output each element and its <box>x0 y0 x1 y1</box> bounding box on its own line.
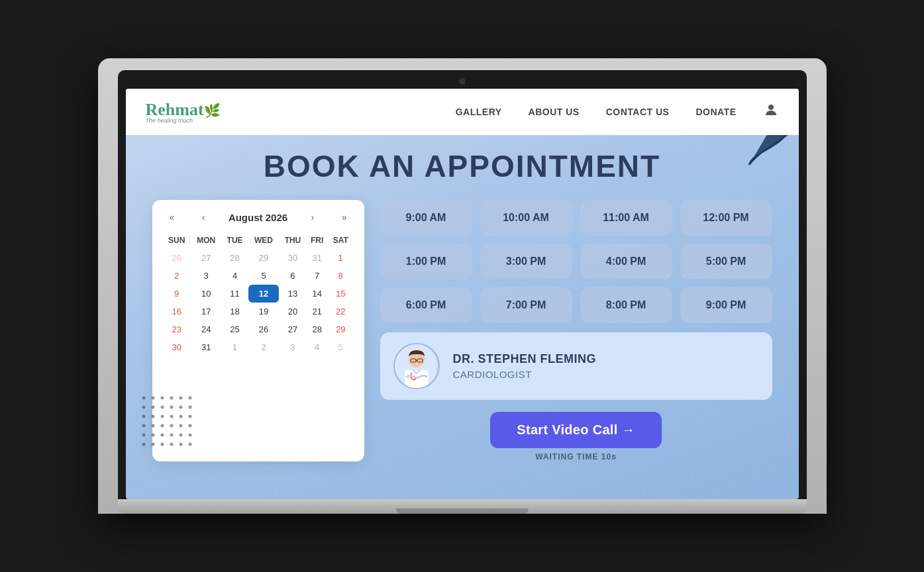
calendar-day[interactable]: 7 <box>307 267 328 285</box>
cal-nav-last[interactable]: » <box>338 211 351 224</box>
svg-point-39 <box>160 443 164 446</box>
calendar-header: « ‹ August 2026 › » <box>163 211 354 224</box>
calendar-day[interactable]: 30 <box>163 338 191 356</box>
calendar-day[interactable]: 29 <box>328 320 354 338</box>
calendar-day[interactable]: 5 <box>248 267 280 285</box>
calendar-day[interactable]: 25 <box>222 320 248 338</box>
svg-point-37 <box>142 443 145 446</box>
time-slot[interactable]: 6:00 PM <box>380 287 472 323</box>
calendar-day[interactable]: 2 <box>163 267 191 285</box>
calendar-week-row: 303112345 <box>163 338 354 356</box>
navbar: Rehmat🌿 The healing touch GALLERY ABOUT … <box>126 89 799 135</box>
svg-point-11 <box>179 397 182 400</box>
calendar-day[interactable]: 1 <box>328 249 354 267</box>
nav-item-gallery[interactable]: GALLERY <box>456 106 502 118</box>
nav-link-donate[interactable]: DONATE <box>695 107 736 117</box>
calendar-day[interactable]: 12 <box>248 285 280 303</box>
calendar-day[interactable]: 16 <box>163 303 191 320</box>
time-slot[interactable]: 9:00 PM <box>680 287 772 323</box>
calendar-day[interactable]: 8 <box>328 267 354 285</box>
screen: Rehmat🌿 The healing touch GALLERY ABOUT … <box>126 89 799 499</box>
nav-item-about[interactable]: ABOUT US <box>529 106 580 118</box>
calendar-day[interactable]: 10 <box>191 285 222 303</box>
calendar-day[interactable]: 11 <box>222 285 248 303</box>
svg-point-19 <box>142 415 145 418</box>
calendar-day[interactable]: 27 <box>191 249 222 267</box>
time-slot[interactable]: 4:00 PM <box>580 244 672 279</box>
calendar-day[interactable]: 21 <box>307 303 328 320</box>
calendar-day[interactable]: 31 <box>191 338 222 356</box>
time-slot[interactable]: 8:00 PM <box>580 287 672 323</box>
calendar-day[interactable]: 22 <box>328 303 354 320</box>
calendar-day[interactable]: 24 <box>191 320 222 338</box>
calendar-week-row: 16171819202122 <box>163 303 354 320</box>
svg-point-31 <box>142 434 145 437</box>
calendar-day[interactable]: 4 <box>307 338 328 356</box>
svg-point-25 <box>142 424 145 428</box>
nav-link-about[interactable]: ABOUT US <box>529 107 580 117</box>
calendar-day[interactable]: 26 <box>163 249 191 267</box>
time-slot[interactable]: 9:00 AM <box>380 200 472 236</box>
time-slot[interactable]: 10:00 AM <box>480 200 572 236</box>
svg-point-28 <box>170 424 173 428</box>
calendar-day[interactable]: 9 <box>163 285 191 303</box>
cal-header-fri: FRI <box>307 232 328 249</box>
svg-point-41 <box>179 443 182 446</box>
svg-point-10 <box>170 397 173 400</box>
svg-point-8 <box>151 397 154 400</box>
nav-link-contact[interactable]: CONTACT US <box>606 107 670 117</box>
calendar-day[interactable]: 18 <box>222 303 248 320</box>
calendar-day[interactable]: 1 <box>222 338 248 356</box>
calendar-day[interactable]: 31 <box>307 249 328 267</box>
calendar-day[interactable]: 27 <box>279 320 306 338</box>
calendar-day[interactable]: 28 <box>222 249 248 267</box>
page-title: BOOK AN APPOINTMENT <box>152 148 772 184</box>
calendar-day[interactable]: 13 <box>279 285 306 303</box>
calendar-day[interactable]: 19 <box>248 303 280 320</box>
time-slot[interactable]: 11:00 AM <box>580 200 672 236</box>
calendar-day[interactable]: 20 <box>279 303 306 320</box>
time-slot[interactable]: 12:00 PM <box>680 200 772 236</box>
cal-header-sat: SAT <box>328 232 354 249</box>
nav-link-gallery[interactable]: GALLERY <box>456 107 502 117</box>
cal-nav-prev[interactable]: ‹ <box>198 211 209 224</box>
calendar-day[interactable]: 3 <box>191 267 222 285</box>
content-area: « ‹ August 2026 › » SUN MON TUE <box>152 200 772 461</box>
calendar-day[interactable]: 23 <box>163 320 191 338</box>
svg-point-29 <box>179 424 182 428</box>
svg-point-13 <box>142 406 145 409</box>
nav-item-contact[interactable]: CONTACT US <box>606 106 670 118</box>
video-call-button[interactable]: Start Video Call → <box>490 412 661 448</box>
svg-point-40 <box>170 443 173 446</box>
calendar-week-row: 23242526272829 <box>163 320 354 338</box>
laptop-base <box>118 499 807 514</box>
time-slot[interactable]: 7:00 PM <box>480 287 572 323</box>
time-slot[interactable]: 1:00 PM <box>380 244 472 279</box>
svg-point-7 <box>142 397 145 400</box>
calendar-day[interactable]: 6 <box>279 267 306 285</box>
calendar-day[interactable]: 4 <box>222 267 248 285</box>
user-icon[interactable] <box>763 102 779 122</box>
cal-nav-first[interactable]: « <box>166 211 179 224</box>
time-slot[interactable]: 3:00 PM <box>480 244 572 279</box>
nav-item-donate[interactable]: DONATE <box>695 106 736 118</box>
calendar-day[interactable]: 14 <box>307 285 328 303</box>
calendar-day[interactable]: 29 <box>248 249 280 267</box>
time-grid: 9:00 AM10:00 AM11:00 AM12:00 PM1:00 PM3:… <box>380 200 772 323</box>
calendar-day[interactable]: 5 <box>328 338 354 356</box>
calendar-day[interactable]: 28 <box>307 320 328 338</box>
doctor-name: DR. STEPHEN FLEMING <box>453 352 597 366</box>
calendar-day[interactable]: 17 <box>191 303 222 320</box>
calendar-day[interactable]: 15 <box>328 285 354 303</box>
calendar-day[interactable]: 2 <box>248 338 280 356</box>
time-slot[interactable]: 5:00 PM <box>680 244 772 279</box>
svg-point-23 <box>179 415 182 418</box>
calendar-day[interactable]: 26 <box>248 320 280 338</box>
calendar-day[interactable]: 3 <box>279 338 306 356</box>
calendar-day[interactable]: 30 <box>279 249 306 267</box>
cal-header-thu: THU <box>279 232 306 249</box>
logo-area: Rehmat🌿 The healing touch <box>146 100 221 124</box>
cal-nav-next[interactable]: › <box>307 211 319 224</box>
right-panel: 9:00 AM10:00 AM11:00 AM12:00 PM1:00 PM3:… <box>380 200 772 461</box>
doctor-card: DR. STEPHEN FLEMING CARDIOLOGIST <box>380 332 772 400</box>
